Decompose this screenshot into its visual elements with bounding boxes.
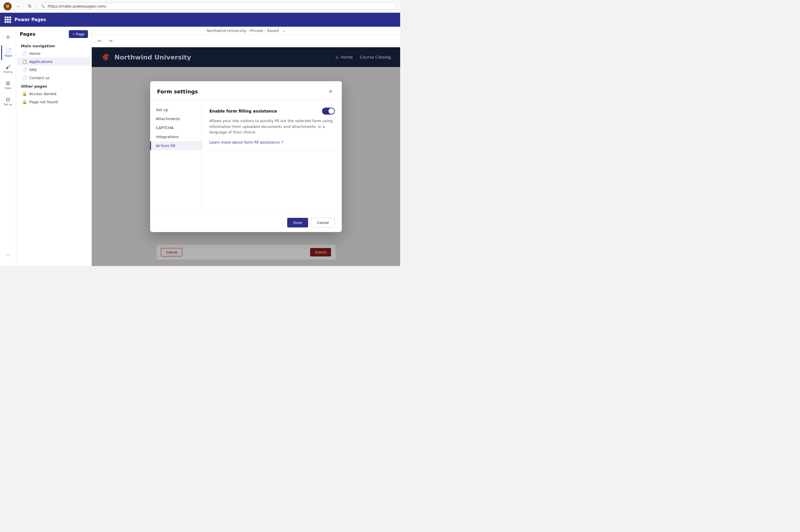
page-status-bar: Northwind University - Private - Saved ⌄ xyxy=(92,27,400,35)
nav-item-applications[interactable]: 📋 Applications xyxy=(17,57,90,65)
modal-body: Set up Attachments CAPTCHA Integrations xyxy=(150,101,342,213)
modal-footer: Done Cancel xyxy=(150,213,342,232)
add-page-button[interactable]: + Page xyxy=(69,30,88,38)
form-fill-description: Allows your site visitors to quickly fil… xyxy=(210,118,335,135)
app-title: Power Pages xyxy=(15,17,46,22)
nav-item-page-not-found[interactable]: 🔒 Page not found xyxy=(17,98,90,106)
pages-panel-title: Pages xyxy=(20,31,35,37)
sidebar-icons: ⌂ 📄 Pages 🖌 Styling ⊞ Data ⊟ Set up ··· xyxy=(0,27,16,266)
nav-contact-icon: 📄 xyxy=(22,75,27,80)
pages-icon: 📄 xyxy=(5,48,12,53)
nav-item-access-denied[interactable]: 🔒 Access denied xyxy=(17,90,90,98)
pages-panel: Pages + Page Main navigation 📄 Home 📋 Ap… xyxy=(16,27,92,266)
status-chevron-icon[interactable]: ⌄ xyxy=(282,28,286,33)
nav-home-label: Home xyxy=(29,51,40,56)
nav-faq-label: FAQ xyxy=(29,68,37,72)
modal-main: Enable form filling assistance Allows yo… xyxy=(202,101,342,213)
toggle-row: Enable form filling assistance xyxy=(210,108,335,115)
learn-more-text: Learn more about form fill assistance xyxy=(210,140,280,145)
setup-icon: ⊟ xyxy=(6,97,10,102)
modal-nav-integrations[interactable]: Integrations xyxy=(150,132,202,141)
nav-applications-icon: 📋 xyxy=(22,59,27,64)
sidebar-item-home[interactable]: ⌂ xyxy=(1,29,15,44)
sidebar-pages-label: Pages xyxy=(5,54,12,57)
browser-back-button[interactable]: ← xyxy=(15,2,23,11)
sidebar-item-styling[interactable]: 🖌 Styling xyxy=(1,61,15,77)
modal-close-button[interactable]: ✕ xyxy=(326,87,335,96)
browser-refresh-button[interactable]: ↻ xyxy=(25,2,34,11)
sidebar-styling-label: Styling xyxy=(3,71,13,74)
search-icon: 🔍 xyxy=(41,4,45,8)
browser-chrome: U ← ↻ 🔍 https://make.powerpages.com/ xyxy=(0,0,400,13)
canvas-content: Northwind University ⌂ Home Course Catal… xyxy=(92,47,400,266)
other-pages-section-title: Other pages xyxy=(16,82,91,90)
user-avatar[interactable]: U xyxy=(3,2,12,11)
nav-access-denied-icon: 🔒 xyxy=(22,91,27,96)
sidebar-item-data[interactable]: ⊞ Data xyxy=(1,78,15,93)
sidebar-item-setup[interactable]: ⊟ Set up xyxy=(1,94,15,109)
more-icon: ··· xyxy=(5,252,11,258)
nav-applications-label: Applications xyxy=(29,59,52,64)
pages-panel-header: Pages + Page xyxy=(16,30,91,41)
nav-page-not-found-label: Page not found xyxy=(29,100,58,104)
done-button[interactable]: Done xyxy=(287,218,308,227)
undo-button[interactable]: ↩ xyxy=(95,37,104,45)
modal-nav-setup[interactable]: Set up xyxy=(150,105,202,114)
redo-button[interactable]: ↪ xyxy=(106,37,115,45)
nav-access-denied-label: Access denied xyxy=(29,92,56,96)
nav-item-faq[interactable]: 📄 FAQ xyxy=(17,65,90,74)
sidebar-setup-label: Set up xyxy=(4,103,12,106)
data-icon: ⊞ xyxy=(6,81,10,86)
form-fill-section: Enable form filling assistance Allows yo… xyxy=(210,108,335,151)
external-link-icon: ↗ xyxy=(281,140,284,144)
styling-icon: 🖌 xyxy=(5,64,11,70)
modal-title: Form settings xyxy=(157,89,198,95)
address-bar[interactable]: 🔍 https://make.powerpages.com/ xyxy=(37,3,397,10)
nav-page-not-found-icon: 🔒 xyxy=(22,99,27,104)
apps-grid-icon[interactable] xyxy=(5,17,11,23)
modal-header: Form settings ✕ xyxy=(150,81,342,101)
learn-more-link[interactable]: Learn more about form fill assistance ↗ xyxy=(210,140,284,145)
main-content: ⌂ 📄 Pages 🖌 Styling ⊞ Data ⊟ Set up ··· xyxy=(0,27,400,266)
sidebar-item-more[interactable]: ··· xyxy=(1,247,15,263)
nav-home-icon: 📄 xyxy=(22,51,27,56)
nav-faq-icon: 📄 xyxy=(22,67,27,72)
modal-nav-attachments[interactable]: Attachments xyxy=(150,114,202,123)
site-status-name: Northwind University - Private - Saved xyxy=(206,28,278,33)
home-icon: ⌂ xyxy=(6,34,10,39)
canvas-toolbar: ↩ ↪ xyxy=(92,35,400,47)
top-header: Power Pages xyxy=(0,13,400,27)
nav-item-home[interactable]: 📄 Home xyxy=(17,49,90,57)
modal-nav-captcha[interactable]: CAPTCHA xyxy=(150,123,202,132)
toggle-knob xyxy=(328,108,334,114)
toggle-label: Enable form filling assistance xyxy=(210,109,277,113)
modal-sidebar: Set up Attachments CAPTCHA Integrations xyxy=(150,101,202,213)
canvas-area: Northwind University - Private - Saved ⌄… xyxy=(92,27,400,266)
app-shell: Power Pages ⌂ 📄 Pages 🖌 Styling ⊞ Data ⊟… xyxy=(0,13,400,266)
sidebar-data-label: Data xyxy=(5,87,11,90)
nav-item-contact[interactable]: 📄 Contact us xyxy=(17,74,90,82)
address-bar-url: https://make.powerpages.com/ xyxy=(48,4,106,8)
main-nav-section-title: Main navigation xyxy=(16,41,91,49)
cancel-button[interactable]: Cancel xyxy=(311,218,335,227)
toggle-switch[interactable] xyxy=(322,108,335,115)
modal-nav-ai-form-fill[interactable]: AI form fill xyxy=(150,141,202,150)
form-settings-modal: Form settings ✕ Set up Attachments xyxy=(150,81,342,232)
nav-contact-label: Contact us xyxy=(29,76,50,80)
sidebar-item-pages[interactable]: 📄 Pages xyxy=(1,45,15,60)
